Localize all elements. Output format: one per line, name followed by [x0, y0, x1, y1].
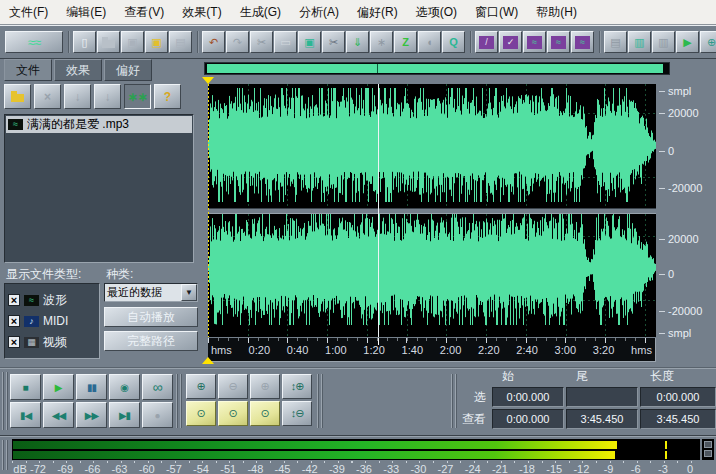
stop-button[interactable]: ■ [10, 374, 41, 400]
play-looped-button[interactable]: ◉ [109, 374, 140, 400]
rewind-button[interactable]: ◀◀ [43, 402, 74, 428]
dropdown-arrow-icon[interactable]: ▼ [181, 284, 197, 301]
vertical-zoom-out-button[interactable]: ↕⊖ [282, 401, 312, 426]
menu-item-9[interactable]: 帮助(H) [527, 1, 586, 24]
zoom-sel-left-button[interactable]: ⊙ [186, 401, 216, 426]
waveform-display[interactable] [208, 84, 656, 337]
paste-icon: ⇓ [353, 36, 362, 49]
zoom-full-button[interactable]: ⊙ [218, 401, 248, 426]
clip-indicators[interactable] [702, 439, 714, 460]
redo-button[interactable]: ↷ [226, 31, 249, 53]
overview-scrollbar[interactable] [204, 62, 670, 75]
save-as-icon: ▣ [151, 36, 161, 49]
file-list[interactable]: ≈满满的都是爱 .mp3 [4, 114, 194, 263]
play-window-button[interactable]: ▶ [676, 31, 699, 53]
tab-effects[interactable]: 效果 [54, 59, 102, 81]
effect-wave-1-button[interactable]: ≈ [523, 31, 546, 53]
menu-item-2[interactable]: 查看(V) [115, 1, 173, 24]
checkbox-wave[interactable]: × [8, 294, 20, 306]
selection-start-marker-top[interactable] [202, 77, 214, 84]
loop-icon: ∞ [153, 379, 163, 395]
selection-field-1-0[interactable]: 0:00.000 [492, 409, 564, 429]
file-list-item[interactable]: ≈满满的都是爱 .mp3 [6, 116, 192, 133]
vertical-zoom-in-button[interactable]: ↕⊕ [282, 374, 312, 399]
grip-handle[interactable] [317, 374, 324, 428]
save-file-button[interactable]: ▣ [121, 31, 144, 53]
save-selection-button[interactable]: ▤ [169, 31, 192, 53]
play-button[interactable]: ▶ [43, 374, 74, 400]
fast-forward-button[interactable]: ▶▶ [76, 402, 107, 428]
grip-handle[interactable] [176, 374, 182, 428]
scissors-button[interactable]: ✂ [322, 31, 345, 53]
options-button[interactable]: ∗∗ [124, 84, 151, 109]
zoom-sel-right-button[interactable]: ⊙ [250, 401, 280, 426]
selection-field-0-0[interactable]: 0:00.000 [492, 387, 564, 407]
cut-button[interactable]: ✂ [250, 31, 273, 53]
grip-handle[interactable] [2, 372, 8, 430]
sort-dropdown[interactable]: 最近的数据 ▼ [104, 283, 198, 302]
open-file-button[interactable] [4, 84, 31, 109]
open-file-icon [11, 94, 24, 102]
sort-dropdown-value: 最近的数据 [105, 284, 181, 301]
selection-field-0-1[interactable] [566, 387, 638, 407]
selection-start-marker-bottom[interactable] [202, 357, 214, 364]
verify-button[interactable]: ✓ [499, 31, 522, 53]
cue-list-window-button[interactable]: ▥ [628, 31, 651, 53]
level-meter[interactable] [12, 439, 700, 460]
amplitude-ruler[interactable]: smpl200000-20000200000-20000smpl [658, 84, 714, 337]
zoom-selection-button[interactable]: ⊕ [250, 374, 280, 399]
menu-item-6[interactable]: 偏好(R) [348, 1, 407, 24]
waveform-view-toggle-button[interactable]: ≈≈ [5, 31, 63, 53]
effect-wave-3-button[interactable]: ≈ [571, 31, 594, 53]
waveform-file-icon: ≈ [8, 119, 23, 130]
tab-files[interactable]: 文件 [4, 59, 52, 81]
help-button[interactable]: ? [154, 84, 181, 109]
effect-wave-2-button[interactable]: ≈ [547, 31, 570, 53]
zoom-window-button[interactable]: ⊕ [700, 31, 716, 53]
checkbox-midi[interactable]: × [8, 315, 20, 327]
undo-button[interactable]: ↶ [202, 31, 225, 53]
play-list-window-button[interactable]: ▥ [652, 31, 675, 53]
loop-button[interactable]: ∞ [142, 374, 173, 400]
zoom-in-button[interactable]: ⊕ [186, 374, 216, 399]
trim-button[interactable]: ▭ [274, 31, 297, 53]
insert-wave-multitrack-button[interactable]: ↓ [94, 84, 121, 109]
cue-button[interactable]: Q [442, 31, 465, 53]
convert-sample-type-button[interactable]: Z [394, 31, 417, 53]
selection-field-1-2[interactable]: 3:45.450 [640, 409, 716, 429]
menu-item-0[interactable]: 文件(F) [0, 1, 57, 24]
workspace-window-button[interactable]: ▤ [604, 31, 627, 53]
close-file-button[interactable]: × [34, 84, 61, 109]
insert-multitrack-button[interactable]: ↓ [64, 84, 91, 109]
mix-paste-button[interactable]: ∗ [370, 31, 393, 53]
delete-silence-button[interactable]: ◖ [418, 31, 441, 53]
open-file-button[interactable] [97, 31, 120, 53]
full-path-button[interactable]: 完整路径 [104, 331, 198, 351]
grip-handle[interactable] [2, 440, 9, 470]
go-to-start-button[interactable]: ▮◀ [10, 402, 41, 428]
tab-favorites[interactable]: 偏好 [104, 59, 152, 81]
menu-item-5[interactable]: 分析(A) [290, 1, 348, 24]
menu-item-4[interactable]: 生成(G) [231, 1, 290, 24]
paste-button[interactable]: ⇓ [346, 31, 369, 53]
timeline-ruler[interactable]: hms0:200:401:001:201:402:002:202:403:003… [208, 338, 656, 362]
menu-item-8[interactable]: 窗口(W) [466, 1, 527, 24]
overview-range-bar[interactable] [207, 64, 663, 73]
spectral-view-button[interactable]: / [475, 31, 498, 53]
menu-item-7[interactable]: 选项(O) [407, 1, 466, 24]
menu-item-3[interactable]: 效果(T) [173, 1, 230, 24]
zoom-out-button[interactable]: ⊖ [218, 374, 248, 399]
selection-field-1-1[interactable]: 3:45.450 [566, 409, 638, 429]
new-file-button[interactable]: ▯ [73, 31, 96, 53]
record-button[interactable]: ● [142, 402, 173, 428]
checkbox-video[interactable]: × [8, 336, 20, 348]
meter-db-label-7: -51 [220, 463, 236, 474]
pause-button[interactable]: ▮▮ [76, 374, 107, 400]
save-as-button[interactable]: ▣ [145, 31, 168, 53]
selection-field-0-2[interactable]: 0:00.000 [640, 387, 716, 407]
grip-handle[interactable] [451, 374, 458, 428]
go-to-end-button[interactable]: ▶▮ [109, 402, 140, 428]
menu-item-1[interactable]: 编辑(E) [57, 1, 115, 24]
copy-button[interactable]: ▣ [298, 31, 321, 53]
autoplay-button[interactable]: 自动播放 [104, 307, 198, 327]
